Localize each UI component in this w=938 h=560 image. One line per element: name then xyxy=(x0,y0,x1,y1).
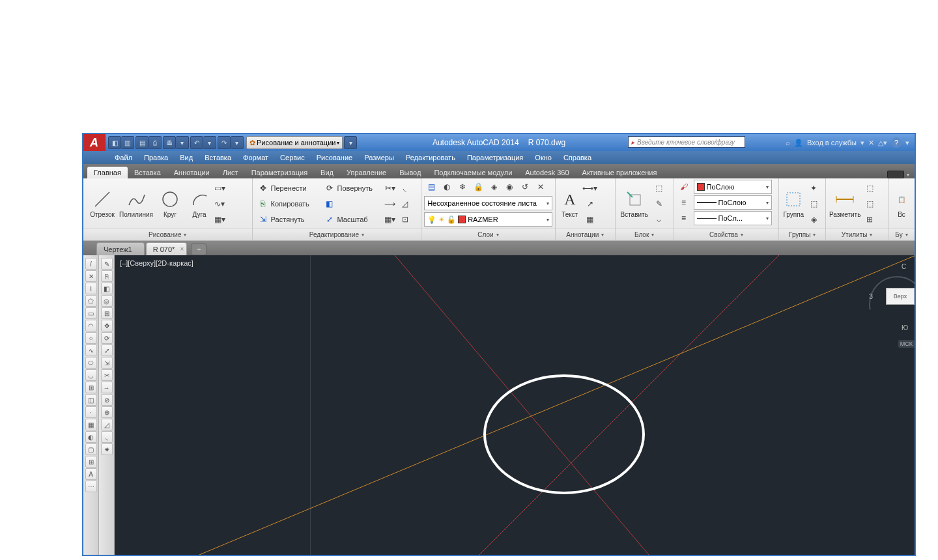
group-edit-icon[interactable]: ⬚ xyxy=(806,197,821,211)
layer-prev-icon[interactable]: ↺ xyxy=(518,180,532,194)
ribbon-tab-output[interactable]: Вывод xyxy=(393,167,427,178)
menu-draw[interactable]: Рисование xyxy=(317,154,352,161)
dimension-icon[interactable]: ⟷▾ xyxy=(583,181,597,195)
menu-dim[interactable]: Размеры xyxy=(364,154,394,161)
tb-array-icon[interactable]: ⊞ xyxy=(101,307,113,319)
tb-grad-icon[interactable]: ◐ xyxy=(85,431,97,443)
move-button[interactable]: ✥Перенести xyxy=(255,181,320,195)
tb-offset-icon[interactable]: ◎ xyxy=(101,295,113,307)
tb-trim-icon[interactable]: ✂ xyxy=(101,369,113,381)
ribbon-minimize-toggle[interactable] xyxy=(887,171,904,178)
layer-freeze-icon[interactable]: ❄ xyxy=(455,180,470,194)
panel-title-modify[interactable]: Редактирование xyxy=(253,229,421,240)
text-button[interactable]: AТекст xyxy=(558,188,582,219)
ribbon-tab-apps[interactable]: Активные приложения xyxy=(576,167,664,178)
extend-icon[interactable]: ⟶ xyxy=(383,197,397,211)
polyline-button[interactable]: Полилиния xyxy=(120,188,152,219)
arc-button[interactable]: Дуга xyxy=(188,188,211,219)
create-block-icon[interactable]: ⬚ xyxy=(652,181,666,195)
tb-explode-icon[interactable]: ✷ xyxy=(101,443,113,455)
group-sel-icon[interactable]: ◈ xyxy=(806,212,821,227)
help-icon[interactable]: ? xyxy=(891,137,902,148)
workspace-selector[interactable]: ✿ Рисование и аннотации ▾ xyxy=(246,136,343,149)
tb-table-icon[interactable]: ⊞ xyxy=(85,456,97,468)
tb-ellarc-icon[interactable]: ◡ xyxy=(85,369,97,381)
tb-chamfer-icon[interactable]: ◿ xyxy=(101,419,113,430)
panel-title-layers[interactable]: Слои xyxy=(421,229,555,240)
insert-block-button[interactable]: Вставить xyxy=(618,188,651,219)
vc-face-top[interactable]: Верх xyxy=(886,288,915,305)
scale-button[interactable]: ⤢Масштаб xyxy=(322,212,382,227)
panel-title-draw[interactable]: Рисование xyxy=(83,229,252,240)
tb-point-icon[interactable]: · xyxy=(85,406,97,418)
drawing-canvas[interactable]: [–][Сверху][2D-каркас] С З Ю Верх МСК xyxy=(115,255,915,555)
color-dropdown[interactable]: ПоСлою xyxy=(694,180,772,194)
chevron-down-icon[interactable]: ▾ xyxy=(860,139,864,147)
ribbon-tab-sheet[interactable]: Лист xyxy=(216,167,245,178)
spline-icon[interactable]: ∿▾ xyxy=(212,197,227,211)
tb-rect-icon[interactable]: ▭ xyxy=(85,307,97,319)
qat-save-icon[interactable]: ▤ xyxy=(135,136,149,149)
menu-service[interactable]: Сервис xyxy=(280,154,305,161)
menu-param[interactable]: Параметризация xyxy=(467,154,523,161)
line-button[interactable]: Отрезок xyxy=(86,188,119,219)
select-icon[interactable]: ⬚ xyxy=(862,181,877,195)
panel-title-clipboard[interactable]: Бу xyxy=(888,229,915,240)
ribbon-tab-view[interactable]: Вид xyxy=(314,167,340,178)
tb-line-icon[interactable]: / xyxy=(85,258,97,270)
props-list2-icon[interactable]: ≡ xyxy=(677,211,691,225)
leader-icon[interactable]: ↗ xyxy=(583,197,597,211)
measure-button[interactable]: Разметить xyxy=(829,188,861,219)
tb-mtext-icon[interactable]: A xyxy=(85,468,97,480)
tb-erase-icon[interactable]: ✎ xyxy=(101,258,113,270)
copy-button[interactable]: ⎘Копировать xyxy=(255,197,320,211)
menu-file[interactable]: Файл xyxy=(115,154,132,161)
new-tab-button[interactable]: + xyxy=(191,244,206,255)
qat-redo-dd-icon[interactable]: ▾ xyxy=(231,136,244,149)
ungroup-icon[interactable]: ✦ xyxy=(806,181,821,195)
menu-window[interactable]: Окно xyxy=(535,154,552,161)
panel-title-groups[interactable]: Группы xyxy=(779,229,825,240)
tb-stretch-icon[interactable]: ⇲ xyxy=(101,357,113,369)
menu-modify[interactable]: Редактировать xyxy=(406,154,455,161)
menu-edit[interactable]: Правка xyxy=(144,154,168,161)
lineweight-dropdown[interactable]: ПоСлою xyxy=(694,195,772,210)
tb-region-icon[interactable]: ▢ xyxy=(85,443,97,455)
tb-block-icon[interactable]: ◫ xyxy=(85,394,97,406)
panel-title-block[interactable]: Блок xyxy=(616,229,674,240)
tb-copy-icon[interactable]: ⎘ xyxy=(101,270,113,282)
tb-insert-icon[interactable]: ⊞ xyxy=(85,382,97,393)
view-cube[interactable]: С З Ю Верх xyxy=(860,262,912,327)
mirror-button[interactable]: ◧ xyxy=(322,197,382,211)
qat-new-icon[interactable]: ◧ xyxy=(108,136,121,149)
chevron-down-icon[interactable]: ▾ xyxy=(907,172,909,178)
current-layer-dropdown[interactable]: 💡 ☀ 🔓 RAZMER xyxy=(424,212,552,227)
tb-rotate-icon[interactable]: ⟳ xyxy=(101,332,113,344)
qat-more-icon[interactable]: ▾ xyxy=(344,136,357,149)
ribbon-tab-annotate[interactable]: Аннотации xyxy=(167,167,216,178)
tb-pline-icon[interactable]: ⌇ xyxy=(85,283,97,294)
table-icon[interactable]: ▦ xyxy=(583,212,597,227)
tb-scale-icon[interactable]: ⤢ xyxy=(101,344,113,356)
tb-extend-icon[interactable]: → xyxy=(101,382,113,393)
qselect-icon[interactable]: ⬚ xyxy=(862,197,877,211)
tb-join-icon[interactable]: ⊕ xyxy=(101,406,113,418)
qat-print-icon[interactable]: 🖶 xyxy=(163,136,176,149)
layer-state-dropdown[interactable]: Несохраненное состояние листа xyxy=(424,196,552,210)
ribbon-tab-manage[interactable]: Управление xyxy=(340,167,393,178)
file-tab[interactable]: Чертеж1 xyxy=(96,242,145,255)
ribbon-tab-plugins[interactable]: Подключаемые модули xyxy=(427,167,519,178)
tb-move-icon[interactable]: ✥ xyxy=(101,320,113,331)
tb-polygon-icon[interactable]: ⬠ xyxy=(85,295,97,307)
qat-print-dd-icon[interactable]: ▾ xyxy=(176,136,189,149)
menu-insert[interactable]: Вставка xyxy=(205,154,231,161)
paste-button[interactable]: 📋Вс xyxy=(891,188,912,219)
layer-delete-icon[interactable]: ✕ xyxy=(533,180,548,194)
block-attr-icon[interactable]: ⌵ xyxy=(652,212,666,227)
tb-ellipse-icon[interactable]: ⬭ xyxy=(85,357,97,369)
stretch-button[interactable]: ⇲Растянуть xyxy=(255,212,320,227)
menu-help[interactable]: Справка xyxy=(563,154,591,161)
rectangle-icon[interactable]: ▭▾ xyxy=(212,181,227,195)
tb-spline-icon[interactable]: ∿ xyxy=(85,344,97,356)
array-icon[interactable]: ▦▾ xyxy=(383,212,397,227)
